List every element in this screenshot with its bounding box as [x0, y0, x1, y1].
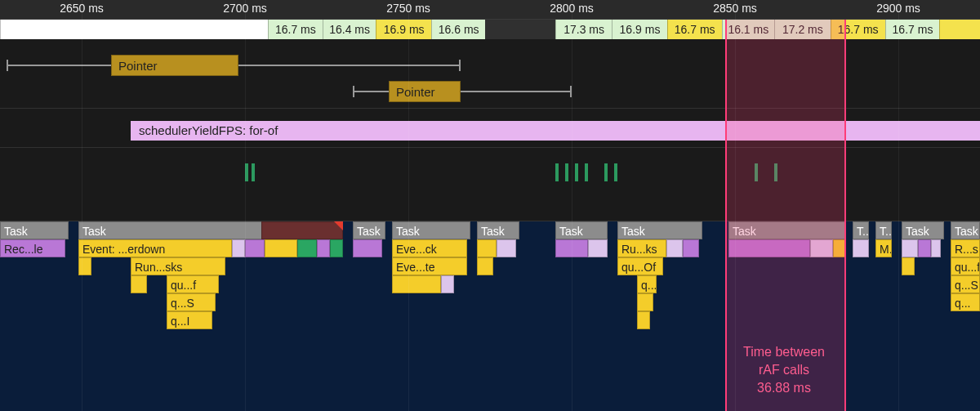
interaction-pointer[interactable]: Pointer — [389, 81, 461, 102]
task-tick — [774, 163, 777, 181]
flame-row: qu...fq...q...S — [0, 275, 980, 293]
flame-cell[interactable]: Eve...te — [392, 257, 467, 275]
user-timing-bar[interactable]: schedulerYieldFPS: for-of — [131, 121, 980, 141]
flame-cell[interactable]: Task — [617, 221, 702, 239]
flame-chart[interactable]: TaskTaskTaskTaskTaskTaskTaskTaskT...T...… — [0, 221, 980, 411]
flame-cell[interactable] — [637, 293, 653, 311]
flame-cell[interactable]: Task — [902, 221, 944, 239]
timings-track[interactable]: schedulerYieldFPS: for-of — [0, 121, 980, 144]
flame-cell[interactable]: Task — [392, 221, 470, 239]
task-tick — [604, 163, 608, 181]
frame-cell[interactable] — [0, 20, 268, 39]
interaction-whisker — [353, 91, 572, 92]
flame-row: Rec...leEvent: ...erdownEve...ckRu...ksM… — [0, 239, 980, 257]
flame-cell[interactable]: Task — [0, 221, 69, 239]
flame-cell[interactable] — [728, 239, 810, 257]
flame-cell[interactable]: qu...f — [951, 257, 980, 275]
flame-cell[interactable] — [918, 239, 931, 257]
flame-cell[interactable] — [666, 239, 683, 257]
frame-cell[interactable]: 16.9 ms — [612, 20, 667, 39]
divider — [0, 147, 980, 148]
task-tick — [252, 163, 255, 181]
flame-cell[interactable] — [810, 239, 833, 257]
flame-cell[interactable]: q...S — [167, 293, 216, 311]
flame-cell[interactable]: Task — [353, 221, 385, 239]
flame-cell[interactable]: T... — [875, 221, 892, 239]
frame-cell[interactable]: 16.9 ms — [376, 20, 431, 39]
flame-cell[interactable]: Eve...ck — [392, 239, 467, 257]
flame-cell[interactable] — [317, 239, 330, 257]
frame-cell[interactable]: 17.2 ms — [774, 20, 831, 39]
flame-cell[interactable] — [353, 239, 382, 257]
flame-cell[interactable]: Rec...le — [0, 239, 65, 257]
frames-track[interactable]: 16.7 ms16.4 ms16.9 ms16.6 ms17.3 ms16.9 … — [0, 20, 980, 39]
flame-cell[interactable]: q...S — [951, 275, 980, 293]
flame-cell[interactable] — [297, 239, 317, 257]
flame-cell[interactable] — [833, 239, 846, 257]
flame-cell[interactable]: q... — [951, 293, 980, 311]
short-tasks-track — [0, 160, 980, 185]
flame-cell[interactable] — [78, 257, 91, 275]
flame-cell[interactable]: q...I — [167, 311, 212, 329]
task-tick — [585, 163, 588, 181]
flame-cell[interactable]: Task — [555, 221, 608, 239]
long-task-warning-icon — [334, 221, 343, 230]
frame-cell[interactable]: 16.1 ms — [722, 20, 774, 39]
frame-cell[interactable]: 16.7 ms — [831, 20, 885, 39]
flame-cell[interactable]: qu...Of — [617, 257, 663, 275]
flame-cell[interactable] — [683, 239, 699, 257]
frame-cell[interactable]: 16.6 ms — [431, 20, 485, 39]
flame-cell[interactable]: Ru...ks — [617, 239, 666, 257]
flame-cell[interactable] — [477, 239, 497, 257]
task-tick — [555, 163, 559, 181]
flame-cell[interactable] — [245, 239, 265, 257]
task-tick — [755, 163, 758, 181]
task-tick — [614, 163, 617, 181]
flame-cell[interactable]: q... — [637, 275, 657, 293]
flame-row: TaskTaskTaskTaskTaskTaskTaskTaskT...T...… — [0, 221, 980, 239]
task-tick — [565, 163, 568, 181]
flame-cell[interactable] — [902, 257, 915, 275]
divider — [0, 108, 980, 109]
flame-cell[interactable]: Run...sks — [131, 257, 225, 275]
flame-cell[interactable]: Task — [477, 221, 519, 239]
time-ruler[interactable]: 2650 ms2700 ms2750 ms2800 ms2850 ms2900 … — [0, 0, 980, 20]
flame-row: Run...sksEve...tequ...Ofqu...f — [0, 257, 980, 275]
frame-cell[interactable]: 16.7 ms — [885, 20, 940, 39]
flame-cell[interactable] — [131, 275, 147, 293]
flame-cell[interactable]: M... — [875, 239, 892, 257]
flame-row: q...Sq... — [0, 293, 980, 311]
flame-cell[interactable]: qu...f — [167, 275, 219, 293]
flame-cell[interactable] — [261, 221, 343, 239]
frame-cell[interactable]: 16.7 ms — [268, 20, 323, 39]
flame-cell[interactable] — [497, 239, 516, 257]
frame-cell[interactable]: 16.4 ms — [323, 20, 376, 39]
flame-cell[interactable] — [853, 239, 869, 257]
flame-cell[interactable] — [931, 239, 941, 257]
flame-cell[interactable] — [232, 239, 245, 257]
flame-cell[interactable]: T... — [853, 221, 869, 239]
frame-cell[interactable]: 16.7 ms — [667, 20, 722, 39]
flame-cell[interactable] — [265, 239, 297, 257]
flame-cell[interactable] — [392, 275, 441, 293]
interactions-track[interactable]: PointerPointer — [0, 45, 980, 110]
interaction-pointer[interactable]: Pointer — [111, 55, 238, 76]
flame-cell[interactable] — [637, 311, 650, 329]
flame-cell[interactable]: R...s — [951, 239, 980, 257]
flame-cell[interactable] — [588, 239, 608, 257]
flame-cell[interactable] — [330, 239, 343, 257]
flame-cell[interactable]: Task — [951, 221, 980, 239]
flame-cell[interactable]: Task — [728, 221, 846, 239]
flame-cell[interactable] — [441, 275, 454, 293]
task-tick — [575, 163, 578, 181]
frame-cell[interactable]: 17.3 ms — [555, 20, 612, 39]
frame-cell[interactable] — [939, 20, 980, 39]
flame-cell[interactable] — [902, 239, 918, 257]
flame-cell[interactable] — [477, 257, 493, 275]
flame-row: q...I — [0, 311, 980, 329]
flame-cell[interactable]: Event: ...erdown — [78, 239, 232, 257]
